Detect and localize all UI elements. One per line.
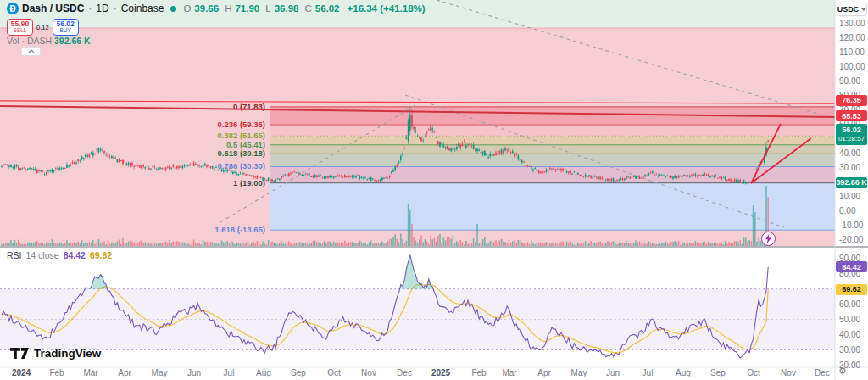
- spread-value: 0.12: [36, 24, 49, 31]
- low-key: L: [265, 3, 270, 14]
- svg-text:Nov: Nov: [781, 368, 796, 377]
- svg-text:Apr: Apr: [118, 368, 131, 377]
- svg-text:Mar: Mar: [83, 368, 98, 377]
- change-value: +16.34 (+41.18%): [348, 3, 426, 14]
- volume-tag-value: 392.66 K: [836, 178, 867, 187]
- tradingview-logo[interactable]: TradingView: [10, 347, 101, 360]
- tradingview-logo-icon: [10, 348, 29, 359]
- close-value: 56.02: [315, 3, 340, 14]
- svg-text:Aug: Aug: [256, 368, 271, 377]
- svg-text:Mar: Mar: [502, 368, 517, 377]
- alert-price-tag-upper[interactable]: 76.35: [836, 95, 867, 106]
- svg-text:Nov: Nov: [361, 368, 376, 377]
- buy-button[interactable]: 56.02 BUY: [53, 19, 79, 36]
- legend-separator: ·: [87, 3, 92, 14]
- high-value: 71.90: [235, 3, 259, 14]
- svg-text:Aug: Aug: [676, 368, 691, 377]
- legend-separator: ·: [113, 3, 118, 14]
- svg-text:Feb: Feb: [471, 368, 487, 377]
- open-value: 39.66: [194, 3, 219, 14]
- sell-label: SELL: [14, 28, 27, 34]
- svg-text:0.5 (45.41): 0.5 (45.41): [226, 140, 265, 149]
- rsi-tag[interactable]: 84.42: [836, 261, 867, 272]
- svg-text:100.00: 100.00: [839, 62, 865, 71]
- svg-text:110.00: 110.00: [839, 48, 865, 57]
- svg-text:-10.00: -10.00: [839, 221, 864, 230]
- last-price-value: 56.02: [842, 126, 861, 135]
- volume-value: 392.66 K: [54, 36, 91, 46]
- svg-text:1 (19.00): 1 (19.00): [233, 178, 265, 187]
- last-price-tag[interactable]: 56.02 01:28:57: [836, 124, 867, 145]
- currency-selector[interactable]: USDC: [837, 3, 867, 16]
- svg-text:Jun: Jun: [606, 368, 620, 377]
- buy-label: BUY: [59, 28, 70, 34]
- svg-text:2024: 2024: [12, 368, 31, 377]
- tradingview-chart-window: 0 (71.83)0.236 (59.36)0.382 (51.65)0.5 (…: [0, 0, 868, 380]
- exchange-name[interactable]: Coinbase: [121, 3, 164, 14]
- time-axis-labels[interactable]: 2024FebMarAprMayJunJulAugSepOctNovDec202…: [12, 368, 830, 377]
- axis-settings-gear-icon[interactable]: ⚙: [838, 366, 847, 377]
- svg-text:40.00: 40.00: [839, 330, 860, 339]
- svg-text:May: May: [571, 368, 587, 377]
- alert-upper-value: 76.35: [842, 96, 861, 104]
- symbol-name[interactable]: Dash / USDC: [22, 3, 84, 14]
- svg-text:10.00: 10.00: [839, 192, 860, 201]
- volume-legend[interactable]: Vol · DASH 392.66 K: [7, 36, 91, 46]
- bar-countdown: 01:28:57: [838, 135, 865, 143]
- svg-text:Sep: Sep: [710, 368, 726, 377]
- svg-text:0.236 (59.36): 0.236 (59.36): [217, 120, 265, 129]
- collapse-indicator-button[interactable]: [21, 47, 41, 56]
- svg-text:30.00: 30.00: [839, 345, 860, 355]
- lightning-event-icon[interactable]: [761, 232, 776, 246]
- rsi-tag-value: 84.42: [842, 263, 861, 271]
- svg-text:0.00: 0.00: [839, 206, 856, 215]
- symbol-legend[interactable]: Ð Dash / USDC · 1D · Coinbase O39.66 H71…: [7, 3, 426, 14]
- currency-label: USDC: [837, 5, 860, 14]
- tradingview-logo-text: TradingView: [34, 347, 101, 360]
- svg-text:120.00: 120.00: [839, 33, 865, 42]
- chart-canvas[interactable]: 0 (71.83)0.236 (59.36)0.382 (51.65)0.5 (…: [0, 0, 868, 380]
- sell-button[interactable]: 55.90 SELL: [7, 19, 33, 36]
- low-value: 36.98: [275, 3, 299, 14]
- svg-text:90.00: 90.00: [839, 76, 860, 86]
- rsi-pane: [0, 255, 835, 359]
- svg-text:0.382 (51.65): 0.382 (51.65): [217, 131, 265, 140]
- svg-text:0.786 (30.30): 0.786 (30.30): [217, 161, 265, 170]
- svg-text:30.00: 30.00: [839, 163, 860, 172]
- rsi-overbought-fill: [86, 255, 432, 289]
- close-key: C: [304, 3, 311, 14]
- svg-text:60.00: 60.00: [839, 299, 860, 309]
- rsi-ma-tag-value: 69.62: [842, 285, 861, 293]
- svg-text:50.00: 50.00: [839, 315, 860, 324]
- svg-text:Jul: Jul: [224, 368, 235, 377]
- rsi-params: 14 close: [26, 250, 59, 260]
- high-key: H: [225, 3, 231, 14]
- chevron-up-icon: [28, 49, 35, 53]
- alert-price-tag-lower[interactable]: 65.53: [836, 110, 867, 121]
- svg-text:-20.00: -20.00: [839, 235, 864, 244]
- chevron-down-icon: [861, 8, 866, 11]
- svg-text:Feb: Feb: [49, 368, 64, 377]
- svg-text:Oct: Oct: [747, 368, 760, 377]
- market-status-dot: [170, 6, 176, 12]
- fib-retracement: 0 (71.83)0.236 (59.36)0.382 (51.65)0.5 (…: [214, 102, 835, 234]
- svg-text:Apr: Apr: [537, 368, 551, 377]
- interval-value[interactable]: 1D: [96, 3, 108, 14]
- svg-text:May: May: [152, 368, 168, 377]
- volume-tag[interactable]: 392.66 K: [836, 177, 867, 188]
- open-key: O: [183, 3, 191, 14]
- svg-text:Oct: Oct: [327, 368, 341, 377]
- rsi-legend[interactable]: RSI 14 close 84.42 69.62: [7, 250, 112, 260]
- svg-text:Jun: Jun: [187, 368, 201, 377]
- svg-text:40.00: 40.00: [839, 148, 860, 158]
- svg-text:1.618 (-13.65): 1.618 (-13.65): [214, 225, 265, 234]
- rsi-name: RSI: [7, 250, 22, 260]
- svg-text:Dec: Dec: [397, 368, 412, 377]
- rsi-ma-value: 69.62: [90, 250, 112, 260]
- svg-text:Dec: Dec: [815, 368, 830, 377]
- volume-label: Vol · DASH: [7, 36, 52, 46]
- rsi-ma-tag[interactable]: 69.62: [836, 284, 867, 295]
- svg-text:Jul: Jul: [643, 368, 654, 377]
- trade-buttons: 55.90 SELL 0.12 56.02 BUY: [7, 19, 79, 36]
- dash-coin-icon: Ð: [7, 3, 19, 14]
